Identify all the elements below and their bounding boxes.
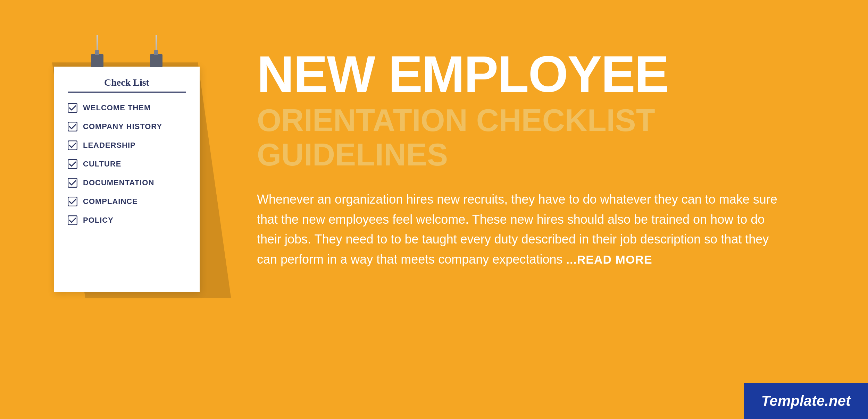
checkbox-checked-icon xyxy=(68,215,77,225)
checklist-item-label: WELCOME THEM xyxy=(83,103,151,112)
list-item: CULTURE xyxy=(68,159,186,169)
hero-subtitle-line3: GUIDELINES xyxy=(257,137,448,172)
checkbox-checked-icon xyxy=(68,197,77,206)
hero-subtitle-line2: ORIENTATION CHECKLIST xyxy=(257,103,655,138)
list-item: LEADERSHIP xyxy=(68,140,186,150)
clip-left xyxy=(91,54,103,67)
hero-description-text: Whenever an organization hires new recru… xyxy=(257,192,777,266)
checkbox-checked-icon xyxy=(68,103,77,113)
paper-sheet: Check List WELCOME THEM COMPANY HISTORY … xyxy=(54,67,200,292)
binder-clips xyxy=(54,54,200,67)
list-item: COMPLAINCE xyxy=(68,197,186,206)
list-item: WELCOME THEM xyxy=(68,103,186,113)
list-item: DOCUMENTATION xyxy=(68,178,186,188)
checkbox-checked-icon xyxy=(68,178,77,188)
hero-title-line2: ORIENTATION CHECKLIST GUIDELINES xyxy=(257,103,792,172)
checklist-item-label: DOCUMENTATION xyxy=(83,178,154,187)
hero-description: Whenever an organization hires new recru… xyxy=(257,189,778,269)
clipboard: Check List WELCOME THEM COMPANY HISTORY … xyxy=(54,35,200,292)
checklist-title: Check List xyxy=(68,77,186,93)
template-badge: Template.net xyxy=(744,383,868,419)
checklist-items: WELCOME THEM COMPANY HISTORY LEADERSHIP … xyxy=(68,103,186,225)
checklist-item-label: POLICY xyxy=(83,216,114,225)
clip-right xyxy=(150,54,162,67)
read-more-link[interactable]: ...READ MORE xyxy=(566,253,652,266)
checklist-item-label: COMPANY HISTORY xyxy=(83,122,162,131)
checkbox-checked-icon xyxy=(68,140,77,150)
checklist-item-label: LEADERSHIP xyxy=(83,141,136,150)
hero-title-line1: NEW EMPLOYEE xyxy=(257,49,792,100)
hanging-strings xyxy=(54,35,200,55)
checkbox-checked-icon xyxy=(68,159,77,169)
checkbox-checked-icon xyxy=(68,122,77,131)
checklist-item-label: CULTURE xyxy=(83,160,121,169)
list-item: COMPANY HISTORY xyxy=(68,122,186,131)
checklist-item-label: COMPLAINCE xyxy=(83,197,138,206)
list-item: POLICY xyxy=(68,215,186,225)
hero-section: NEW EMPLOYEE ORIENTATION CHECKLIST GUIDE… xyxy=(229,31,819,287)
